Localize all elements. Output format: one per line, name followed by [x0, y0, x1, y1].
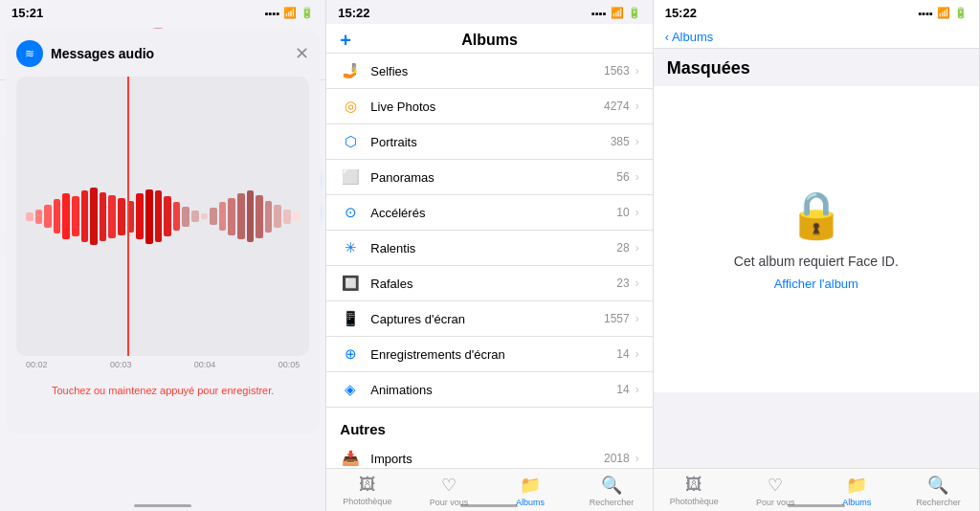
wave-bar — [155, 190, 163, 242]
album-item-panoramas[interactable]: ⬜ Panoramas 56 › — [326, 160, 652, 195]
wave-bar — [164, 196, 171, 236]
imports-count: 2018 — [604, 452, 630, 465]
animations-count: 14 — [616, 383, 629, 396]
panoramas-chevron: › — [635, 170, 639, 184]
wave-bar — [173, 202, 181, 231]
wave-bar — [265, 201, 273, 233]
wave-bar — [145, 189, 153, 244]
animations-icon: ◈ — [340, 381, 361, 398]
wave-bar — [237, 193, 245, 239]
wifi-icon: 📶 — [283, 7, 297, 19]
masquees-nav-bar: ‹ Albums — [654, 24, 979, 49]
portraits-icon: ⬡ — [340, 133, 361, 150]
wifi-icon-2: 📶 — [611, 7, 624, 19]
ralentis-icon: ✳ — [340, 239, 361, 256]
time-marker-3: 00:04 — [194, 360, 216, 369]
live-photos-icon: ◎ — [340, 98, 361, 115]
album-item-animations[interactable]: ◈ Animations 14 › — [326, 372, 652, 408]
portraits-name: Portraits — [370, 135, 610, 149]
enregistrements-name: Enregistrements d'écran — [370, 347, 616, 362]
albums-icon: 📁 — [520, 475, 541, 496]
album-item-ralentis[interactable]: ✳ Ralentis 28 › — [326, 231, 652, 266]
wave-bar — [283, 210, 291, 224]
face-id-text: Cet album requiert Face ID. — [715, 254, 918, 269]
time-marker-1: 00:02 — [26, 360, 48, 369]
phototheque-icon: 🖼 — [359, 475, 376, 495]
enregistrements-chevron: › — [635, 347, 639, 361]
album-item-portraits[interactable]: ⬡ Portraits 385 › — [326, 124, 652, 160]
wave-bar — [293, 212, 301, 221]
tab-phototheque[interactable]: 🖼 Photothèque — [326, 469, 408, 511]
masquees-page-title: Masquées — [654, 49, 979, 86]
status-icons-3: ▪▪▪▪ 📶 🔋 — [918, 7, 968, 19]
audio-overlay: ≋ Messages audio ✕ — [5, 29, 321, 434]
back-button-masquees[interactable]: ‹ Albums — [665, 30, 714, 44]
home-indicator-2 — [460, 504, 518, 507]
tab-rechercher-3[interactable]: 🔍 Rechercher — [898, 469, 979, 511]
phototheque-icon-3: 🖼 — [685, 475, 702, 495]
tab-rechercher-label: Rechercher — [590, 498, 635, 507]
time-2: 15:22 — [338, 6, 369, 20]
album-item-rafales[interactable]: 🔲 Rafales 23 › — [326, 266, 652, 301]
battery-icon-2: 🔋 — [628, 7, 641, 19]
panel-masquees: 15:22 ▪▪▪▪ 📶 🔋 ‹ Albums Masquées 🔒 Cet a… — [654, 0, 980, 511]
time-marker-4: 00:05 — [278, 360, 301, 369]
selfies-chevron: › — [635, 64, 639, 78]
album-item-enregistrements[interactable]: ⊕ Enregistrements d'écran 14 › — [326, 337, 652, 372]
wifi-icon-3: 📶 — [937, 7, 950, 19]
wave-bar — [54, 199, 61, 233]
time-markers: 00:02 00:03 00:04 00:05 — [16, 356, 309, 373]
signal-icon: ▪▪▪▪ — [265, 8, 280, 19]
time-1: 15:21 — [11, 6, 43, 20]
rafales-count: 23 — [616, 277, 629, 290]
live-photos-chevron: › — [635, 100, 639, 113]
tab-phototheque-3[interactable]: 🖼 Photothèque — [654, 469, 735, 511]
playhead — [127, 77, 129, 356]
album-item-acceleres[interactable]: ⊙ Accélérés 10 › — [326, 195, 652, 231]
album-item-selfies[interactable]: 🤳 Selfies 1563 › — [326, 54, 652, 89]
signal-icon-3: ▪▪▪▪ — [918, 8, 933, 19]
battery-icon-3: 🔋 — [954, 7, 968, 19]
tab-rechercher[interactable]: 🔍 Rechercher — [571, 469, 653, 511]
record-hint: Touchez ou maintenez appuyé pour enregis… — [52, 385, 274, 396]
ralentis-chevron: › — [635, 241, 639, 255]
tab-phototheque-label-3: Photothèque — [670, 497, 719, 506]
audio-header: ≋ Messages audio ✕ — [16, 40, 309, 67]
wave-bar — [201, 213, 209, 219]
ralentis-name: Ralentis — [370, 241, 616, 256]
animations-name: Animations — [370, 383, 616, 397]
selfies-count: 1563 — [604, 64, 630, 78]
tab-rechercher-label-3: Rechercher — [916, 498, 961, 507]
enregistrements-icon: ⊕ — [340, 345, 361, 363]
record-section: Touchez ou maintenez appuyé pour enregis… — [16, 373, 309, 423]
face-id-lock-icon: 🔒 — [788, 189, 845, 242]
album-item-live-photos[interactable]: ◎ Live Photos 4274 › — [326, 89, 652, 124]
tab-phototheque-label: Photothèque — [343, 497, 391, 506]
rafales-chevron: › — [635, 277, 639, 290]
home-indicator — [134, 504, 191, 507]
panel-albums: 15:22 ▪▪▪▪ 📶 🔋 + Albums 🤳 Selfies 1563 ›… — [326, 0, 653, 511]
imports-name: Imports — [370, 452, 604, 466]
status-bar-2: 15:22 ▪▪▪▪ 📶 🔋 — [326, 0, 652, 24]
selfies-name: Selfies — [370, 64, 604, 78]
acceleres-chevron: › — [635, 206, 639, 219]
face-id-area: 🔒 Cet album requiert Face ID. Afficher l… — [654, 86, 979, 392]
status-bar-1: 15:21 ▪▪▪▪ 📶 🔋 — [0, 0, 325, 24]
acceleres-name: Accélérés — [370, 206, 616, 220]
status-icons-1: ▪▪▪▪ 📶 🔋 — [265, 7, 315, 19]
portraits-chevron: › — [635, 135, 639, 148]
acceleres-icon: ⊙ — [340, 204, 361, 221]
albums-title: Albums — [461, 32, 518, 49]
wave-bar — [219, 202, 227, 231]
show-album-link[interactable]: Afficher l'album — [774, 277, 858, 291]
add-album-button[interactable]: + — [340, 30, 351, 52]
album-item-captures[interactable]: 📱 Captures d'écran 1557 › — [326, 301, 652, 337]
rafales-name: Rafales — [370, 277, 616, 291]
pour-vous-icon-3: ♡ — [768, 475, 783, 496]
rafales-icon: 🔲 — [340, 275, 361, 292]
wave-bar — [81, 190, 89, 242]
live-photos-count: 4274 — [604, 100, 630, 113]
audio-close-button[interactable]: ✕ — [295, 43, 309, 64]
tab-albums-label: Albums — [516, 498, 545, 507]
imports-icon: 📥 — [340, 450, 361, 467]
